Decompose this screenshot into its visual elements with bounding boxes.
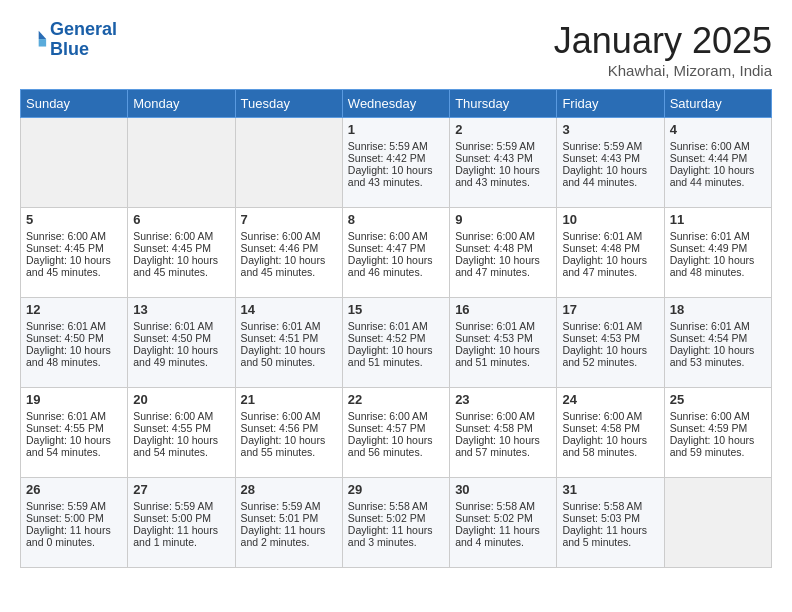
day-info: Sunrise: 6:00 AM [455,410,551,422]
day-info: Sunset: 4:45 PM [133,242,229,254]
day-number: 12 [26,302,122,317]
logo-line1: General [50,19,117,39]
day-info: Sunrise: 6:00 AM [26,230,122,242]
day-info: Daylight: 10 hours and 45 minutes. [133,254,229,278]
day-info: Sunset: 4:48 PM [562,242,658,254]
logo-line2: Blue [50,39,89,59]
day-info: Sunrise: 6:00 AM [348,410,444,422]
day-info: Sunset: 4:50 PM [26,332,122,344]
day-info: Sunrise: 6:00 AM [241,410,337,422]
calendar-table: SundayMondayTuesdayWednesdayThursdayFrid… [20,89,772,568]
day-number: 15 [348,302,444,317]
calendar-header-row: SundayMondayTuesdayWednesdayThursdayFrid… [21,90,772,118]
day-info: Sunset: 4:42 PM [348,152,444,164]
day-number: 30 [455,482,551,497]
day-number: 13 [133,302,229,317]
day-info: Daylight: 10 hours and 54 minutes. [26,434,122,458]
logo: General Blue [20,20,117,60]
day-info: Daylight: 11 hours and 4 minutes. [455,524,551,548]
logo-text: General Blue [50,20,117,60]
calendar-cell: 22Sunrise: 6:00 AMSunset: 4:57 PMDayligh… [342,388,449,478]
svg-marker-2 [39,39,46,46]
day-info: Sunrise: 6:00 AM [348,230,444,242]
day-info: Sunrise: 6:00 AM [133,230,229,242]
day-number: 23 [455,392,551,407]
calendar-cell: 7Sunrise: 6:00 AMSunset: 4:46 PMDaylight… [235,208,342,298]
calendar-week-5: 26Sunrise: 5:59 AMSunset: 5:00 PMDayligh… [21,478,772,568]
day-info: Sunrise: 6:01 AM [562,320,658,332]
day-number: 28 [241,482,337,497]
calendar-cell: 19Sunrise: 6:01 AMSunset: 4:55 PMDayligh… [21,388,128,478]
calendar-cell: 10Sunrise: 6:01 AMSunset: 4:48 PMDayligh… [557,208,664,298]
day-number: 25 [670,392,766,407]
calendar-cell: 31Sunrise: 5:58 AMSunset: 5:03 PMDayligh… [557,478,664,568]
day-number: 14 [241,302,337,317]
day-info: Sunrise: 6:01 AM [26,410,122,422]
calendar-week-1: 1Sunrise: 5:59 AMSunset: 4:42 PMDaylight… [21,118,772,208]
calendar-cell: 1Sunrise: 5:59 AMSunset: 4:42 PMDaylight… [342,118,449,208]
day-info: Daylight: 11 hours and 2 minutes. [241,524,337,548]
calendar-cell: 13Sunrise: 6:01 AMSunset: 4:50 PMDayligh… [128,298,235,388]
day-info: Daylight: 11 hours and 3 minutes. [348,524,444,548]
calendar-cell: 5Sunrise: 6:00 AMSunset: 4:45 PMDaylight… [21,208,128,298]
day-info: Daylight: 11 hours and 0 minutes. [26,524,122,548]
day-info: Sunrise: 6:01 AM [670,320,766,332]
day-info: Sunset: 4:43 PM [455,152,551,164]
calendar-cell: 15Sunrise: 6:01 AMSunset: 4:52 PMDayligh… [342,298,449,388]
day-info: Daylight: 10 hours and 50 minutes. [241,344,337,368]
day-info: Sunrise: 6:01 AM [348,320,444,332]
day-info: Sunset: 4:44 PM [670,152,766,164]
day-info: Sunrise: 5:59 AM [241,500,337,512]
location: Khawhai, Mizoram, India [554,62,772,79]
day-info: Sunset: 4:56 PM [241,422,337,434]
day-info: Sunset: 5:01 PM [241,512,337,524]
calendar-cell: 9Sunrise: 6:00 AMSunset: 4:48 PMDaylight… [450,208,557,298]
day-info: Daylight: 10 hours and 51 minutes. [348,344,444,368]
day-info: Sunset: 5:03 PM [562,512,658,524]
day-info: Sunset: 5:02 PM [455,512,551,524]
day-number: 24 [562,392,658,407]
calendar-cell [128,118,235,208]
calendar-week-4: 19Sunrise: 6:01 AMSunset: 4:55 PMDayligh… [21,388,772,478]
day-info: Sunrise: 6:01 AM [133,320,229,332]
day-number: 6 [133,212,229,227]
day-number: 1 [348,122,444,137]
calendar-cell: 25Sunrise: 6:00 AMSunset: 4:59 PMDayligh… [664,388,771,478]
header-tuesday: Tuesday [235,90,342,118]
day-info: Sunrise: 5:59 AM [348,140,444,152]
calendar-cell: 23Sunrise: 6:00 AMSunset: 4:58 PMDayligh… [450,388,557,478]
day-number: 21 [241,392,337,407]
day-info: Daylight: 10 hours and 49 minutes. [133,344,229,368]
day-info: Sunset: 4:53 PM [562,332,658,344]
day-info: Daylight: 10 hours and 44 minutes. [562,164,658,188]
calendar-cell: 17Sunrise: 6:01 AMSunset: 4:53 PMDayligh… [557,298,664,388]
day-info: Daylight: 11 hours and 1 minute. [133,524,229,548]
day-info: Sunset: 4:48 PM [455,242,551,254]
day-info: Sunset: 4:45 PM [26,242,122,254]
day-info: Daylight: 10 hours and 56 minutes. [348,434,444,458]
day-info: Sunrise: 6:01 AM [670,230,766,242]
logo-icon [20,26,48,54]
day-number: 4 [670,122,766,137]
header-thursday: Thursday [450,90,557,118]
day-info: Sunset: 4:55 PM [26,422,122,434]
calendar-cell: 11Sunrise: 6:01 AMSunset: 4:49 PMDayligh… [664,208,771,298]
day-info: Sunrise: 6:00 AM [670,410,766,422]
day-number: 20 [133,392,229,407]
day-info: Sunrise: 6:00 AM [670,140,766,152]
day-number: 19 [26,392,122,407]
page-header: General Blue January 2025 Khawhai, Mizor… [20,20,772,79]
day-number: 26 [26,482,122,497]
calendar-cell: 8Sunrise: 6:00 AMSunset: 4:47 PMDaylight… [342,208,449,298]
header-wednesday: Wednesday [342,90,449,118]
day-info: Daylight: 10 hours and 51 minutes. [455,344,551,368]
day-info: Daylight: 10 hours and 43 minutes. [455,164,551,188]
day-info: Sunset: 4:46 PM [241,242,337,254]
day-info: Daylight: 10 hours and 48 minutes. [670,254,766,278]
day-number: 7 [241,212,337,227]
day-info: Sunset: 4:58 PM [562,422,658,434]
day-info: Sunrise: 6:00 AM [241,230,337,242]
title-block: January 2025 Khawhai, Mizoram, India [554,20,772,79]
calendar-cell: 29Sunrise: 5:58 AMSunset: 5:02 PMDayligh… [342,478,449,568]
day-info: Sunset: 4:49 PM [670,242,766,254]
